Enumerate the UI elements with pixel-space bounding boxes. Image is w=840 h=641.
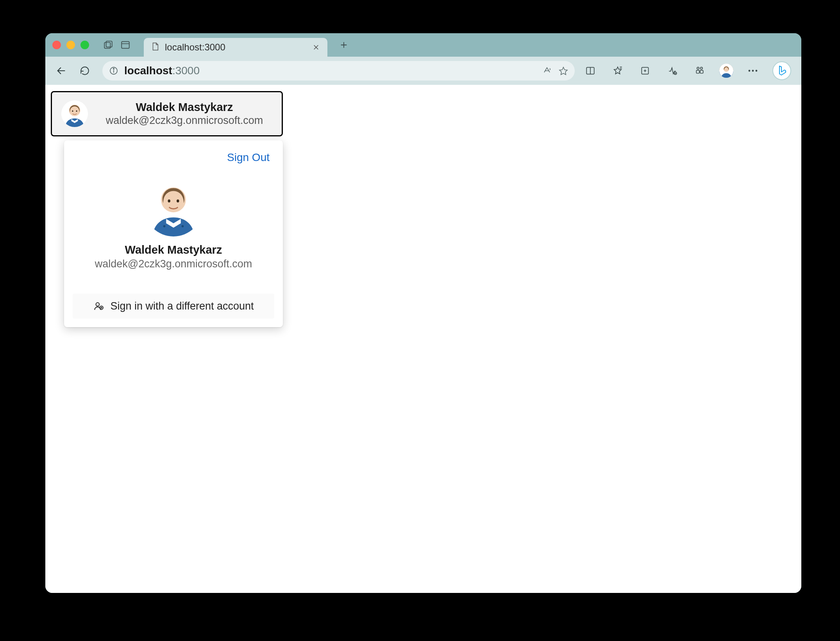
sign-in-different-account-label: Sign in with a different account [110, 300, 254, 312]
login-email: waldek@2czk3g.onmicrosoft.com [97, 115, 272, 127]
address-host: localhost [124, 64, 172, 77]
site-info-icon[interactable] [108, 65, 120, 77]
browser-toolbar: localhost:3000 [45, 57, 801, 85]
read-aloud-icon[interactable] [541, 65, 553, 77]
toolbar-right [583, 61, 795, 80]
collections-icon[interactable] [637, 63, 653, 79]
window-close-button[interactable] [52, 41, 61, 49]
browser-tab[interactable]: localhost:3000 [144, 38, 327, 57]
svg-point-11 [113, 68, 114, 69]
tab-close-button[interactable] [311, 42, 321, 52]
svg-point-42 [96, 303, 100, 306]
address-bar[interactable]: localhost:3000 [102, 61, 575, 81]
sign-out-button[interactable]: Sign Out [222, 149, 274, 166]
flyout-avatar [144, 178, 203, 236]
back-button[interactable] [52, 61, 71, 81]
address-port: :3000 [172, 64, 200, 77]
svg-point-34 [72, 110, 73, 112]
favorites-icon[interactable] [610, 63, 626, 79]
page-icon [151, 42, 159, 52]
new-tab-button[interactable] [336, 37, 352, 53]
svg-point-35 [76, 110, 77, 112]
refresh-button[interactable] [75, 61, 95, 81]
titlebar: localhost:3000 [45, 33, 801, 57]
svg-point-40 [163, 225, 166, 227]
svg-point-26 [701, 67, 702, 69]
svg-point-25 [697, 67, 699, 69]
svg-point-29 [749, 70, 751, 72]
workspaces-icon[interactable] [102, 39, 114, 51]
login-text: Waldek Mastykarz waldek@2czk3g.onmicroso… [97, 101, 272, 127]
svg-point-39 [177, 199, 179, 202]
split-screen-icon[interactable] [583, 63, 598, 79]
svg-rect-1 [106, 41, 112, 47]
app-icon[interactable] [692, 63, 708, 79]
svg-rect-0 [104, 43, 110, 48]
svg-point-38 [168, 199, 170, 202]
svg-point-41 [182, 225, 184, 227]
svg-rect-24 [700, 70, 703, 73]
browser-profile-avatar[interactable] [719, 64, 733, 78]
more-menu-button[interactable] [745, 63, 761, 79]
browser-window: localhost:3000 [45, 33, 801, 593]
svg-marker-13 [559, 67, 567, 75]
bing-chat-button[interactable] [772, 61, 791, 80]
window-controls [52, 41, 89, 49]
person-switch-icon [93, 301, 104, 312]
sign-in-different-account-button[interactable]: Sign in with a different account [73, 294, 274, 319]
account-flyout: Sign Out [64, 140, 283, 327]
page-viewport: Waldek Mastykarz waldek@2czk3g.onmicroso… [45, 85, 801, 593]
svg-rect-2 [122, 41, 129, 48]
address-text: localhost:3000 [124, 64, 200, 77]
login-avatar [61, 100, 88, 127]
login-component[interactable]: Waldek Mastykarz waldek@2czk3g.onmicroso… [51, 91, 283, 136]
flyout-name: Waldek Mastykarz [125, 244, 222, 256]
svg-point-31 [756, 70, 758, 72]
window-zoom-button[interactable] [80, 41, 89, 49]
favorite-star-icon[interactable] [558, 65, 569, 77]
tab-actions-icon[interactable] [120, 39, 131, 51]
svg-point-30 [752, 70, 754, 72]
svg-rect-23 [696, 70, 699, 73]
login-name: Waldek Mastykarz [97, 101, 272, 114]
window-minimize-button[interactable] [66, 41, 75, 49]
performance-icon[interactable] [665, 63, 680, 79]
flyout-email: waldek@2czk3g.onmicrosoft.com [95, 258, 252, 270]
tab-title: localhost:3000 [165, 42, 306, 53]
